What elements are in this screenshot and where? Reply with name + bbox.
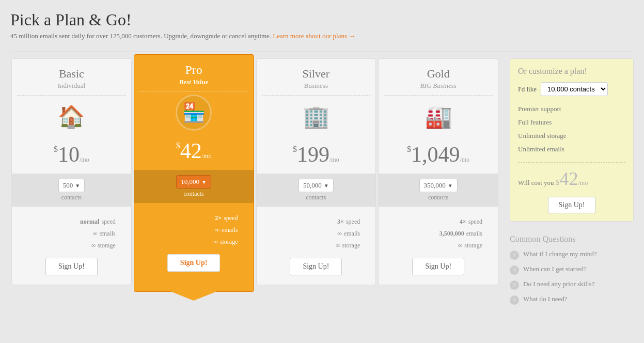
- faq-text: Do I need any prior skills?: [523, 280, 594, 288]
- price-dollar: $: [407, 145, 411, 153]
- plan-features-pro: 2× speed ∞ emails ∞ storage: [134, 207, 254, 250]
- price-amount: 10: [58, 143, 80, 166]
- plan-name-silver: Silver: [257, 59, 376, 82]
- feature-label: storage: [98, 240, 116, 252]
- faq-section: Common Questions ? What if I change my m…: [510, 232, 634, 313]
- feature-value: ∞: [71, 228, 97, 240]
- faq-icon: ?: [510, 251, 519, 260]
- contacts-label-basic: contacts: [22, 194, 121, 201]
- customize-feature-item: Unlimited storage: [518, 129, 625, 143]
- plan-icon-container-silver: 🏢: [257, 96, 376, 137]
- faq-items: ? What if I change my mind? ? When can I…: [510, 250, 634, 305]
- cost-label: Will cost you: [518, 179, 554, 187]
- customize-feature-item: Full features: [518, 116, 625, 129]
- plan-contacts-section-basic: 500 ▼ contacts: [12, 174, 131, 207]
- feature-label: storage: [342, 240, 360, 252]
- customize-signup-button[interactable]: Sign Up!: [548, 197, 596, 213]
- faq-text: What do I need?: [523, 295, 568, 303]
- feature-row: ∞ storage: [384, 240, 493, 252]
- feature-value: ∞: [315, 240, 340, 252]
- chevron-down-icon: ▼: [448, 183, 453, 189]
- feature-value: ∞: [194, 224, 219, 236]
- price-amount: 1,049: [411, 143, 460, 166]
- feature-label: emails: [99, 228, 115, 240]
- feature-row: 3,500,000 emails: [384, 228, 493, 240]
- contacts-dropdown-silver[interactable]: 50,000 ▼: [299, 179, 334, 192]
- faq-icon: ?: [510, 266, 519, 275]
- plan-card-pro: Pro Best Value 🏪 $42/mo 10,000 ▼ contact…: [134, 54, 254, 292]
- customize-feature-item: Premier support: [518, 102, 625, 116]
- customize-box: Or customize a plan! I'd like 10,000 con…: [510, 58, 634, 222]
- signup-button-gold[interactable]: Sign Up!: [412, 258, 464, 275]
- faq-item[interactable]: ? What do I need?: [510, 295, 634, 305]
- feature-label: speed: [346, 216, 360, 228]
- customize-features: Premier supportFull featuresUnlimited st…: [518, 102, 625, 156]
- main-layout: Basic Individual 🏠 $10/mo 500 ▼ contacts…: [10, 58, 634, 313]
- plan-contacts-section-pro: 10,000 ▼ contacts: [134, 170, 254, 203]
- signup-button-basic[interactable]: Sign Up!: [45, 258, 98, 275]
- contacts-dropdown-pro[interactable]: 10,000 ▼: [176, 175, 211, 189]
- feature-value: ∞: [70, 240, 96, 252]
- feature-label: emails: [466, 228, 482, 240]
- cost-price: $ 42 /mo: [556, 168, 588, 190]
- contacts-select[interactable]: 10,000 contacts500 contacts5,000 contact…: [541, 82, 608, 96]
- feature-row: ∞ storage: [262, 240, 371, 252]
- plan-icon-gold: 🏭: [425, 104, 452, 129]
- plan-features-gold: 4× speed 3,500,000 emails ∞ storage: [379, 211, 498, 254]
- faq-icon: ?: [510, 280, 519, 290]
- feature-value: ∞: [436, 240, 462, 252]
- plan-subtitle-gold: BIG Business: [379, 82, 498, 95]
- page-title: Pick a Plan & Go!: [10, 10, 634, 29]
- feature-value: 2×: [196, 212, 222, 224]
- customize-feature-item: Unlimited emails: [518, 143, 625, 156]
- contacts-dropdown-gold[interactable]: 350,000 ▼: [419, 179, 458, 192]
- contacts-label-pro: contacts: [145, 190, 243, 198]
- plan-subtitle-basic: Individual: [12, 82, 131, 95]
- feature-row: ∞ storage: [139, 236, 248, 248]
- plan-card-basic: Basic Individual 🏠 $10/mo 500 ▼ contacts…: [11, 58, 132, 285]
- plan-subtitle-silver: Business: [257, 82, 376, 95]
- chevron-down-icon: ▼: [324, 183, 329, 189]
- signup-button-silver[interactable]: Sign Up!: [290, 258, 342, 275]
- plan-price-gold: $1,049/mo: [379, 137, 498, 169]
- customize-divider: [518, 162, 625, 163]
- feature-row: ∞ emails: [262, 228, 371, 240]
- feature-row: normal speed: [17, 216, 126, 228]
- plan-icon-basic: 🏠: [58, 104, 85, 129]
- faq-item[interactable]: ? What if I change my mind?: [510, 250, 634, 260]
- page-header: Pick a Plan & Go! 45 million emails sent…: [10, 10, 634, 40]
- feature-value: 3×: [318, 216, 344, 228]
- chevron-down-icon: ▼: [75, 183, 80, 189]
- header-divider: [10, 52, 634, 52]
- feature-label: speed: [101, 216, 115, 228]
- plan-icon-container-gold: 🏭: [379, 96, 498, 137]
- feature-value: 3,500,000: [438, 228, 464, 240]
- feature-label: emails: [344, 228, 360, 240]
- cost-amount: 42: [560, 168, 578, 190]
- faq-text: What if I change my mind?: [523, 250, 597, 258]
- faq-icon: ?: [510, 295, 519, 305]
- contacts-dropdown-basic[interactable]: 500 ▼: [58, 179, 85, 192]
- plan-name-pro: Pro: [134, 55, 254, 78]
- price-period: /mo: [460, 156, 470, 163]
- plan-features-silver: 3× speed ∞ emails ∞ storage: [257, 211, 376, 254]
- plan-icon-container-basic: 🏠: [12, 96, 131, 137]
- plans-area: Basic Individual 🏠 $10/mo 500 ▼ contacts…: [10, 58, 499, 292]
- price-dollar: $: [293, 145, 297, 153]
- price-period: /mo: [202, 152, 212, 160]
- price-period: /mo: [80, 156, 89, 163]
- feature-value: ∞: [192, 236, 218, 248]
- faq-text: When can I get started?: [523, 265, 587, 273]
- plan-features-basic: normal speed ∞ emails ∞ storage: [12, 211, 131, 254]
- plan-name-gold: Gold: [379, 59, 498, 82]
- faq-item[interactable]: ? Do I need any prior skills?: [510, 280, 634, 290]
- learn-more-link[interactable]: Learn more about our plans →: [273, 32, 355, 40]
- plan-price-basic: $10/mo: [12, 137, 131, 169]
- feature-label: storage: [220, 236, 238, 248]
- signup-button-pro[interactable]: Sign Up!: [167, 254, 221, 272]
- feature-label: speed: [468, 216, 482, 228]
- feature-value: ∞: [316, 228, 342, 240]
- faq-item[interactable]: ? When can I get started?: [510, 265, 634, 275]
- feature-row: ∞ emails: [139, 224, 248, 236]
- plan-icon-container-pro: 🏪: [134, 92, 254, 133]
